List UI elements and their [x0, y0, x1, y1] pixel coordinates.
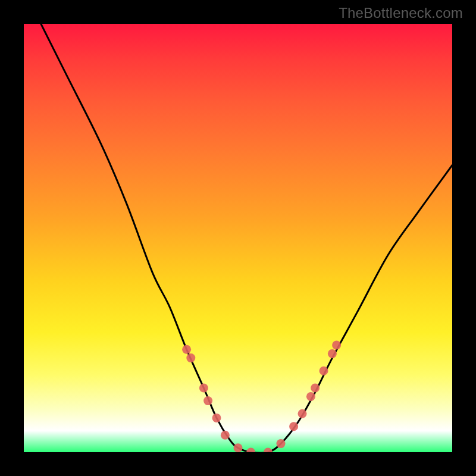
bottleneck-curve — [41, 24, 452, 452]
watermark-text: TheBottleneck.com — [339, 5, 463, 21]
svg-point-5 — [221, 431, 230, 440]
svg-point-4 — [212, 414, 221, 422]
svg-point-9 — [277, 439, 286, 448]
data-points — [182, 341, 341, 453]
svg-point-10 — [289, 422, 298, 431]
svg-point-2 — [199, 384, 208, 393]
svg-point-11 — [298, 409, 307, 418]
svg-point-13 — [311, 384, 320, 393]
svg-point-7 — [246, 448, 255, 453]
chart-svg — [24, 24, 452, 452]
svg-point-8 — [264, 448, 273, 453]
svg-point-6 — [234, 443, 243, 452]
svg-point-16 — [332, 341, 341, 350]
plot-area — [24, 24, 452, 452]
svg-point-0 — [182, 345, 191, 354]
chart-frame: TheBottleneck.com — [0, 0, 476, 476]
svg-point-15 — [328, 349, 337, 358]
svg-point-14 — [320, 367, 328, 375]
svg-point-3 — [203, 396, 212, 405]
svg-point-12 — [306, 392, 315, 401]
svg-point-1 — [186, 353, 195, 362]
